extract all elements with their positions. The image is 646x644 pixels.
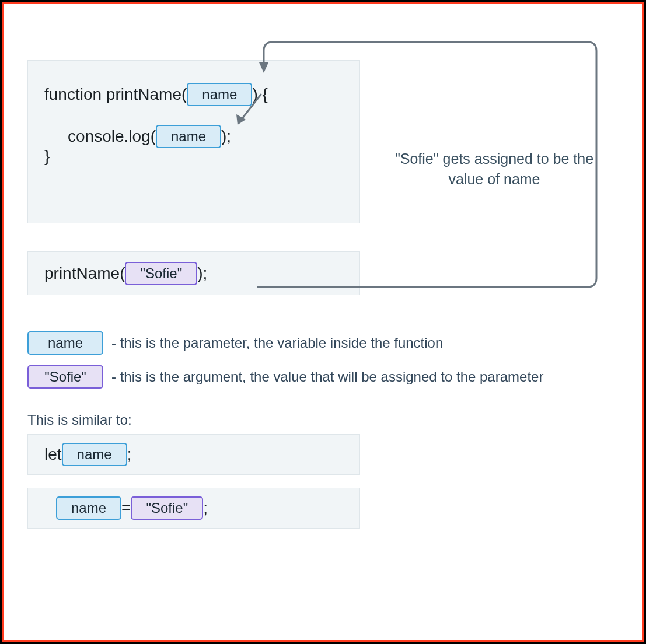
- legend-arg-desc: - this is the argument, the value that w…: [111, 369, 543, 385]
- function-decl-suffix: ) {: [252, 85, 267, 104]
- let-name-token: name: [62, 443, 127, 466]
- assign-semicolon: ;: [203, 499, 208, 517]
- diagram-frame: function printName( name ) { console.log…: [2, 2, 644, 642]
- call-prefix: printName(: [44, 264, 125, 283]
- assignment-annotation: "Sofie" gets assigned to be the value of…: [383, 149, 605, 190]
- similar-to-label: This is similar to:: [27, 412, 619, 428]
- parameter-token-log: name: [156, 125, 221, 148]
- legend-row-argument: "Sofie" - this is the argument, the valu…: [27, 365, 619, 388]
- parameter-token-signature: name: [187, 83, 252, 106]
- function-close-brace: }: [44, 147, 50, 166]
- legend-param-desc: - this is the parameter, the variable in…: [111, 335, 443, 351]
- let-keyword: let: [44, 445, 62, 464]
- assign-equals: =: [121, 499, 131, 517]
- let-declaration-box: let name ;: [27, 434, 360, 475]
- function-signature-line: function printName( name ) {: [44, 83, 348, 106]
- legend-arg-token: "Sofie": [27, 365, 103, 388]
- function-definition-box: function printName( name ) { console.log…: [27, 60, 360, 223]
- console-log-line: console.log( name );: [68, 125, 348, 148]
- assign-name-token: name: [56, 496, 121, 520]
- console-log-suffix: );: [221, 127, 231, 146]
- console-log-prefix: console.log(: [68, 127, 156, 146]
- call-suffix: );: [197, 264, 207, 283]
- argument-token-call: "Sofie": [125, 262, 197, 285]
- function-call-box: printName( "Sofie" );: [27, 251, 360, 295]
- legend: name - this is the parameter, the variab…: [27, 331, 619, 388]
- let-semicolon: ;: [127, 445, 132, 464]
- legend-row-parameter: name - this is the parameter, the variab…: [27, 331, 619, 355]
- function-decl-prefix: function printName(: [44, 85, 187, 104]
- legend-param-token: name: [27, 331, 103, 355]
- assignment-box: name = "Sofie" ;: [27, 488, 360, 528]
- assign-value-token: "Sofie": [131, 496, 203, 520]
